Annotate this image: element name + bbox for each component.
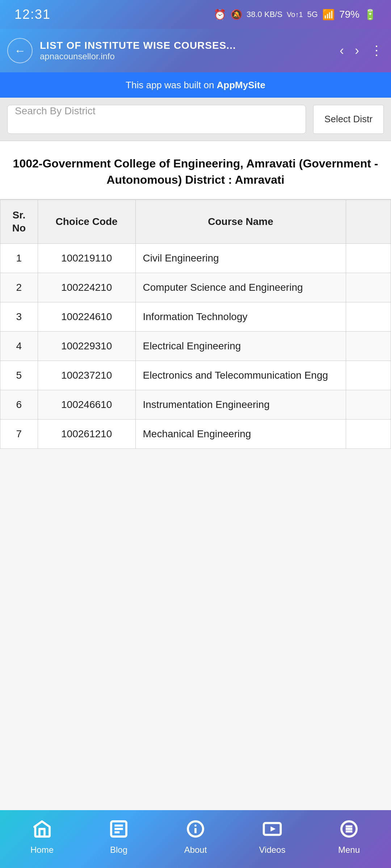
- cell-extra-2: [346, 302, 391, 332]
- cell-extra-3: [346, 332, 391, 361]
- nav-label-menu: Menu: [338, 845, 360, 855]
- nav-next-button[interactable]: ›: [355, 43, 359, 58]
- app-banner-highlight: AppMySite: [217, 80, 265, 90]
- back-button[interactable]: ←: [7, 38, 33, 63]
- search-area: Search By District Select Distr: [0, 98, 391, 141]
- nav-item-about[interactable]: About: [157, 816, 234, 855]
- nav-item-blog[interactable]: Blog: [80, 816, 157, 855]
- nav-more-button[interactable]: ⋮: [370, 43, 384, 58]
- cell-code-4: 100237210: [38, 361, 135, 390]
- cell-sr-1: 2: [0, 273, 38, 302]
- cell-extra-4: [346, 361, 391, 390]
- svg-point-6: [195, 825, 196, 826]
- home-icon: [29, 816, 55, 842]
- cell-course-3: Electrical Engineering: [135, 332, 346, 361]
- status-time: 12:31: [14, 7, 51, 22]
- table-row: 3 100224610 Information Technology: [0, 302, 391, 332]
- nav-item-menu[interactable]: Menu: [311, 816, 387, 855]
- cell-sr-6: 7: [0, 420, 38, 449]
- alarm-icon: ⏰: [214, 9, 226, 21]
- header-extra: [346, 200, 391, 244]
- nav-label-blog: Blog: [110, 845, 127, 855]
- menu-icon: [336, 816, 362, 842]
- cell-extra-6: [346, 420, 391, 449]
- header-course-name: Course Name: [135, 200, 346, 244]
- volte-icon: Vo↑1: [287, 10, 303, 19]
- cell-extra-0: [346, 244, 391, 273]
- table-row: 5 100237210 Electronics and Telecommunic…: [0, 361, 391, 390]
- table-row: 4 100229310 Electrical Engineering: [0, 332, 391, 361]
- nav-bar: ← LIST OF INSTITUTE WISE COURSES... apna…: [0, 29, 391, 72]
- select-district-button[interactable]: Select Distr: [313, 105, 384, 134]
- cell-course-2: Information Technology: [135, 302, 346, 332]
- status-icons: ⏰ 🔕 38.0 KB/S Vo↑1 5G 📶 79% 🔋: [214, 9, 377, 21]
- status-bar: 12:31 ⏰ 🔕 38.0 KB/S Vo↑1 5G 📶 79% 🔋: [0, 0, 391, 29]
- battery-level: 79%: [339, 9, 360, 20]
- cell-sr-0: 1: [0, 244, 38, 273]
- cell-sr-4: 5: [0, 361, 38, 390]
- header-sr-no: Sr. No: [0, 200, 38, 244]
- courses-table: Sr. No Choice Code Course Name 1 1002191…: [0, 200, 391, 449]
- college-name: 1002-Government College of Engineering, …: [11, 156, 380, 188]
- table-row: 7 100261210 Mechanical Engineering: [0, 420, 391, 449]
- back-arrow-icon: ←: [14, 44, 26, 58]
- cell-extra-5: [346, 390, 391, 420]
- about-icon: [182, 816, 209, 842]
- cell-sr-2: 3: [0, 302, 38, 332]
- cell-sr-5: 6: [0, 390, 38, 420]
- nav-label-home: Home: [30, 845, 54, 855]
- cell-code-3: 100229310: [38, 332, 135, 361]
- cell-code-2: 100224610: [38, 302, 135, 332]
- signal-bars: 📶: [322, 9, 335, 21]
- videos-icon: [259, 816, 285, 842]
- cell-code-1: 100224210: [38, 273, 135, 302]
- nav-actions: ‹ › ⋮: [340, 43, 384, 58]
- header-choice-code: Choice Code: [38, 200, 135, 244]
- nav-item-videos[interactable]: Videos: [234, 816, 311, 855]
- nav-label-videos: Videos: [259, 845, 286, 855]
- table-row: 6 100246610 Instrumentation Engineering: [0, 390, 391, 420]
- cell-extra-1: [346, 273, 391, 302]
- battery-icon: 🔋: [364, 9, 377, 21]
- cell-course-1: Computer Science and Engineering: [135, 273, 346, 302]
- nav-subtitle: apnacounsellor.info: [40, 51, 332, 61]
- silent-icon: 🔕: [231, 9, 242, 20]
- table-row: 1 100219110 Civil Engineering: [0, 244, 391, 273]
- 5g-icon: 5G: [307, 10, 318, 19]
- table-header-row: Sr. No Choice Code Course Name: [0, 200, 391, 244]
- search-district-input[interactable]: Search By District: [7, 105, 306, 134]
- signal-info: 38.0 KB/S: [247, 10, 282, 19]
- nav-prev-button[interactable]: ‹: [340, 43, 344, 58]
- content-area: 1002-Government College of Engineering, …: [0, 141, 391, 449]
- select-district-label: Select Distr: [324, 114, 373, 125]
- blog-icon: [106, 816, 132, 842]
- cell-course-0: Civil Engineering: [135, 244, 346, 273]
- app-banner: This app was built on AppMySite: [0, 72, 391, 98]
- cell-course-5: Instrumentation Engineering: [135, 390, 346, 420]
- nav-title: LIST OF INSTITUTE WISE COURSES...: [40, 40, 332, 51]
- cell-code-0: 100219110: [38, 244, 135, 273]
- table-row: 2 100224210 Computer Science and Enginee…: [0, 273, 391, 302]
- nav-item-home[interactable]: Home: [4, 816, 80, 855]
- search-placeholder-text: Search By District: [15, 105, 96, 116]
- cell-course-6: Mechanical Engineering: [135, 420, 346, 449]
- nav-title-area: LIST OF INSTITUTE WISE COURSES... apnaco…: [40, 40, 332, 61]
- svg-marker-8: [270, 826, 276, 831]
- app-banner-text: This app was built on AppMySite: [126, 80, 265, 91]
- cell-course-4: Electronics and Telecommunication Engg: [135, 361, 346, 390]
- nav-label-about: About: [184, 845, 207, 855]
- cell-code-5: 100246610: [38, 390, 135, 420]
- cell-code-6: 100261210: [38, 420, 135, 449]
- cell-sr-3: 4: [0, 332, 38, 361]
- college-header: 1002-Government College of Engineering, …: [0, 141, 391, 200]
- bottom-nav: Home Blog About: [0, 810, 391, 868]
